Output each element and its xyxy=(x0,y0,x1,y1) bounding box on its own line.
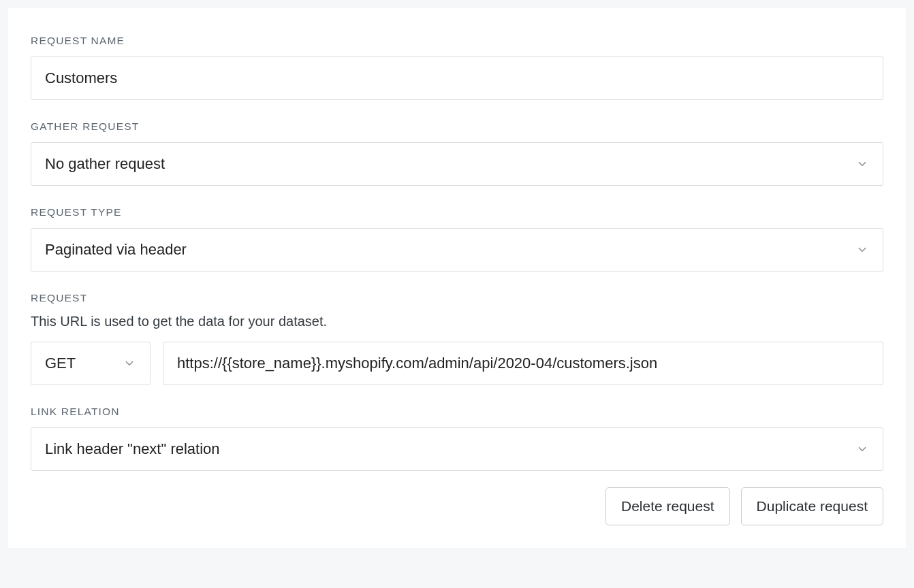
link-relation-select[interactable]: Link header "next" relation xyxy=(31,427,883,471)
request-label: REQUEST xyxy=(31,292,883,304)
link-relation-label: LINK RELATION xyxy=(31,406,883,418)
field-gather-request: GATHER REQUEST No gather request xyxy=(31,120,883,186)
delete-request-button[interactable]: Delete request xyxy=(605,487,730,525)
request-name-label: REQUEST NAME xyxy=(31,35,883,47)
gather-request-value: No gather request xyxy=(45,155,849,173)
field-link-relation: LINK RELATION Link header "next" relatio… xyxy=(31,406,883,471)
chevron-down-icon xyxy=(855,442,869,456)
request-type-value: Paginated via header xyxy=(45,241,849,259)
link-relation-value: Link header "next" relation xyxy=(45,440,849,458)
request-row: GET xyxy=(31,342,883,385)
gather-request-select[interactable]: No gather request xyxy=(31,142,883,186)
request-type-select[interactable]: Paginated via header xyxy=(31,228,883,272)
actions-row: Delete request Duplicate request xyxy=(31,487,883,525)
request-editor-card: REQUEST NAME GATHER REQUEST No gather re… xyxy=(7,7,907,549)
chevron-down-icon xyxy=(855,157,869,171)
request-url-input[interactable] xyxy=(163,342,883,385)
duplicate-request-button[interactable]: Duplicate request xyxy=(741,487,883,525)
request-name-input[interactable] xyxy=(31,56,883,100)
gather-request-label: GATHER REQUEST xyxy=(31,120,883,133)
field-request-name: REQUEST NAME xyxy=(31,35,883,100)
chevron-down-icon xyxy=(123,357,136,370)
chevron-down-icon xyxy=(855,243,869,257)
http-method-value: GET xyxy=(45,355,116,372)
field-request-type: REQUEST TYPE Paginated via header xyxy=(31,206,883,272)
request-helper-text: This URL is used to get the data for you… xyxy=(31,314,883,329)
http-method-select[interactable]: GET xyxy=(31,342,151,385)
request-type-label: REQUEST TYPE xyxy=(31,206,883,218)
page-root: REQUEST NAME GATHER REQUEST No gather re… xyxy=(0,0,914,588)
field-request: REQUEST This URL is used to get the data… xyxy=(31,292,883,385)
